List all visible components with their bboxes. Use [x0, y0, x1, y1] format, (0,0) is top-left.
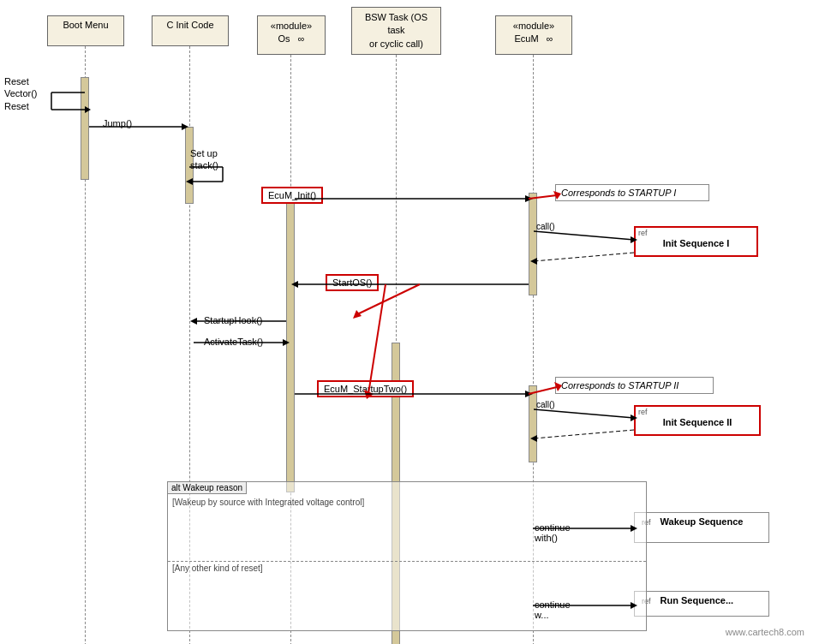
startuptwo-label: EcuM_StartupTwo() — [317, 380, 414, 397]
svg-text:call(): call() — [536, 222, 555, 231]
ref-run-sequence: ref Run Sequence... — [634, 591, 769, 617]
svg-line-36 — [534, 430, 634, 438]
activation-ecum1 — [529, 193, 537, 295]
guard2-label: [Any other kind of reset] — [172, 564, 263, 573]
svg-line-23 — [368, 284, 386, 394]
ref-wakeup-sequence: ref Wakeup Sequence — [634, 512, 769, 543]
jump-label: Jump() — [103, 118, 132, 128]
continuewith-label: continuewith() — [535, 522, 571, 543]
note-startup1: Corresponds to STARTUP I — [555, 184, 709, 201]
svg-text:call(): call() — [536, 400, 555, 409]
reset-label: Reset Vector() Reset — [4, 75, 38, 112]
svg-line-14 — [534, 231, 634, 240]
continuewith2-label: continuew... — [535, 599, 571, 620]
fragment-alt: alt Wakeup reason [Wakeup by source with… — [167, 481, 647, 631]
svg-line-17 — [534, 253, 634, 261]
ecuminit-label: EcuM_Init() — [261, 187, 323, 204]
ref-init-sequence-2: ref Init Sequence II — [634, 405, 761, 436]
startos-label: StartOS() — [326, 274, 379, 291]
lifeline-boot: Boot Menu — [47, 15, 124, 46]
fragment-alt-label: alt Wakeup reason — [167, 481, 247, 494]
ref-init-sequence-1: ref Init Sequence I — [634, 226, 758, 257]
watermark: www.cartech8.com — [726, 627, 804, 637]
lifeline-cinit: C Init Code — [152, 15, 229, 46]
svg-marker-26 — [190, 318, 197, 325]
activatetask-label: ActivateTask() — [204, 337, 263, 347]
lifeline-os: «module» Os ∞ — [257, 15, 326, 55]
activation-ecum2 — [529, 385, 537, 462]
note-startup2: Corresponds to STARTUP II — [555, 377, 714, 394]
startuphook-label: StartupHook() — [204, 315, 262, 325]
svg-line-33 — [534, 409, 634, 418]
activation-os — [286, 193, 295, 492]
lifeline-ecum: «module» EcuM ∞ — [495, 15, 572, 55]
activation-boot — [81, 77, 89, 180]
setup-label: Set up stack() — [190, 147, 218, 172]
guard1-label: [Wakeup by source with Integrated voltag… — [172, 498, 364, 507]
lifeline-bswtask: BSW Task (OS task or cyclic call) — [351, 7, 441, 55]
svg-marker-22 — [353, 310, 362, 319]
